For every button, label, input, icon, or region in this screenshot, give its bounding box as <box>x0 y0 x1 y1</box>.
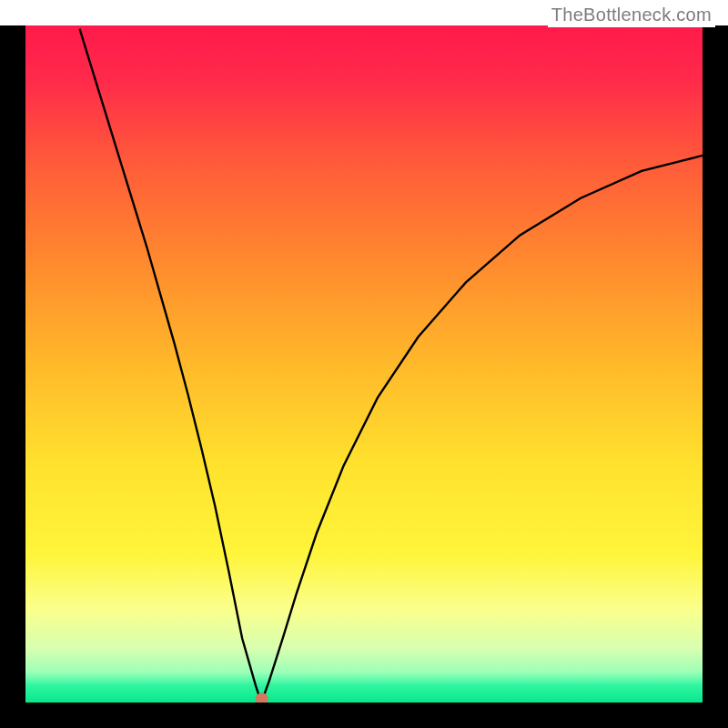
chart-frame: TheBottleneck.com <box>0 0 728 728</box>
plot-area <box>25 25 703 703</box>
watermark-text: TheBottleneck.com <box>548 4 715 27</box>
gradient-background <box>25 25 703 703</box>
plot-svg <box>25 25 703 703</box>
